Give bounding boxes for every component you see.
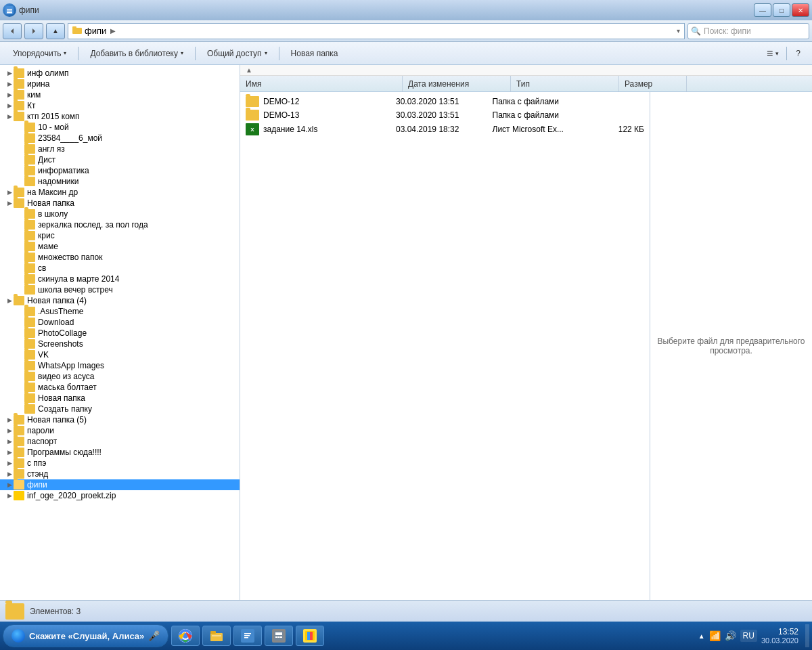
tree-item[interactable]: информатика (0, 165, 240, 176)
tree-expand-arrow[interactable]: ▶ (5, 481, 14, 489)
tree-expand-arrow[interactable] (16, 362, 24, 370)
tree-expand-arrow[interactable] (16, 307, 24, 316)
tree-expand-arrow[interactable] (16, 383, 24, 391)
tree-item[interactable]: Новая папка (0, 393, 240, 404)
tree-expand-arrow[interactable]: ▶ (5, 437, 14, 446)
start-button[interactable]: Скажите «Слушай, Алиса» 🎤 (3, 624, 168, 647)
tree-expand-arrow[interactable]: ▶ (5, 80, 14, 88)
tree-item[interactable]: маська болтает (0, 382, 240, 393)
up-button[interactable]: ▲ (46, 23, 65, 39)
tree-expand-arrow[interactable]: ▶ (5, 69, 14, 77)
organize-button[interactable]: Упорядочить ▾ (5, 45, 74, 62)
tree-item[interactable]: надомники (0, 176, 240, 187)
tree-expand-arrow[interactable]: ▶ (5, 297, 14, 305)
tree-expand-arrow[interactable] (16, 210, 24, 218)
taskbar-chrome-button[interactable] (171, 626, 200, 646)
tree-expand-arrow[interactable] (16, 221, 24, 229)
column-header-name[interactable]: Имя (240, 76, 403, 91)
tree-item[interactable]: Screenshots (0, 339, 240, 349)
tree-item[interactable]: видео из асуса (0, 371, 240, 382)
tree-item[interactable]: 10 - мой (0, 122, 240, 133)
tree-expand-arrow[interactable] (16, 156, 24, 164)
tree-item[interactable]: ▶на Максин др (0, 187, 240, 198)
tree-expand-arrow[interactable]: ▶ (5, 459, 14, 467)
tree-expand-arrow[interactable] (16, 286, 24, 294)
expand-tray-icon[interactable]: ▲ (698, 632, 705, 640)
tree-item[interactable]: ▶стэнд (0, 469, 240, 479)
tree-expand-arrow[interactable] (16, 405, 24, 413)
tree-item[interactable]: ▶Новая папка (0, 198, 240, 209)
tree-expand-arrow[interactable] (16, 242, 24, 251)
library-button[interactable]: Добавить в библиотеку ▾ (83, 45, 191, 62)
tree-item[interactable]: крис (0, 230, 240, 241)
tree-expand-arrow[interactable] (16, 275, 24, 283)
tree-expand-arrow[interactable] (16, 123, 24, 131)
tree-expand-arrow[interactable]: ▶ (5, 199, 14, 207)
taskbar-winrar-button[interactable] (296, 626, 324, 646)
file-item[interactable]: Xзадание 14.xls03.04.2019 18:32Лист Micr… (240, 122, 650, 137)
tree-item[interactable]: Создать папку (0, 404, 240, 414)
tree-item[interactable]: маме (0, 241, 240, 252)
tree-item[interactable]: WhatsApp Images (0, 360, 240, 371)
search-box[interactable]: 🔍 Поиск: фипи (687, 23, 809, 39)
tree-item[interactable]: ▶фипи (0, 479, 240, 490)
tree-expand-arrow[interactable]: ▶ (5, 188, 14, 196)
help-button[interactable]: ? (790, 45, 807, 62)
file-item[interactable]: DEMO-1230.03.2020 13:51Папка с файлами (240, 95, 650, 108)
tree-expand-arrow[interactable]: ▶ (5, 448, 14, 456)
minimize-button[interactable]: — (754, 3, 771, 17)
tree-expand-arrow[interactable] (16, 264, 24, 272)
tree-expand-arrow[interactable] (16, 372, 24, 381)
tree-item[interactable]: ▶Новая папка (4) (0, 295, 240, 306)
tree-expand-arrow[interactable]: ▶ (5, 112, 14, 121)
tree-item[interactable]: св (0, 263, 240, 274)
taskbar-program-button[interactable] (233, 626, 262, 646)
forward-button[interactable] (24, 23, 43, 39)
taskbar-explorer-button[interactable] (202, 626, 231, 646)
tree-expand-arrow[interactable] (16, 318, 24, 326)
view-toggle-button[interactable]: ≡ ▾ (762, 45, 784, 62)
tree-item[interactable]: ▶с ппэ (0, 458, 240, 469)
tree-item[interactable]: зеркалка послед. за пол года (0, 219, 240, 230)
tree-item[interactable]: ▶пароли (0, 425, 240, 436)
tree-item[interactable]: ▶ким (0, 89, 240, 100)
tree-expand-arrow[interactable] (16, 351, 24, 359)
tree-item[interactable]: ▶ирина (0, 79, 240, 89)
tree-item[interactable]: англ яз (0, 144, 240, 154)
tree-item[interactable]: школа вечер встреч (0, 284, 240, 295)
tree-expand-arrow[interactable] (16, 145, 24, 153)
tree-item[interactable]: VK (0, 349, 240, 360)
tree-expand-arrow[interactable]: ▶ (5, 427, 14, 435)
tree-expand-arrow[interactable] (16, 134, 24, 142)
tree-item[interactable]: ▶ктп 2015 комп (0, 111, 240, 122)
tree-expand-arrow[interactable] (16, 232, 24, 240)
tree-item[interactable]: ▶Кт (0, 100, 240, 111)
tree-expand-arrow[interactable] (16, 253, 24, 261)
tree-item[interactable]: PhotoCollage (0, 328, 240, 339)
tree-expand-arrow[interactable]: ▶ (5, 102, 14, 110)
tree-item[interactable]: Дист (0, 154, 240, 165)
tree-expand-arrow[interactable] (16, 340, 24, 348)
file-item[interactable]: DEMO-1330.03.2020 13:51Папка с файлами (240, 108, 650, 122)
tree-expand-arrow[interactable] (16, 394, 24, 402)
tree-item[interactable]: ▶Новая папка (5) (0, 414, 240, 425)
maximize-button[interactable]: □ (773, 3, 790, 17)
tree-item[interactable]: скинула в марте 2014 (0, 274, 240, 284)
address-dropdown-arrow[interactable]: ▾ (677, 27, 680, 35)
tree-item[interactable]: .AsusTheme (0, 306, 240, 317)
tree-item[interactable]: 23584____6_мой (0, 133, 240, 144)
tree-expand-arrow[interactable]: ▶ (5, 470, 14, 478)
tree-item[interactable]: множество папок (0, 252, 240, 263)
tree-expand-arrow[interactable] (16, 167, 24, 175)
tree-item[interactable]: ▶Программы сюда!!!! (0, 447, 240, 458)
back-button[interactable] (3, 23, 22, 39)
tree-item[interactable]: ▶паспорт (0, 436, 240, 447)
tree-expand-arrow[interactable]: ▶ (5, 91, 14, 99)
tree-item[interactable]: ▶инф олимп (0, 68, 240, 79)
tree-item[interactable]: Download (0, 317, 240, 328)
column-header-type[interactable]: Тип (511, 76, 619, 91)
show-desktop-button[interactable] (805, 624, 809, 647)
taskbar-calc-button[interactable] (265, 626, 293, 646)
tree-item[interactable]: в школу (0, 209, 240, 219)
tree-expand-arrow[interactable] (16, 329, 24, 337)
